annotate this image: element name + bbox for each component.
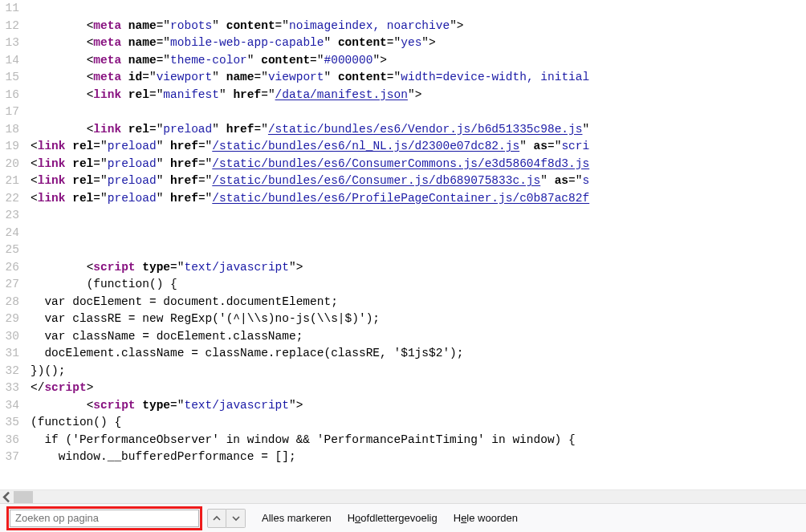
code-content: <link rel="preload" href="/static/bundle… <box>31 138 589 156</box>
code-line: 16 <link rel="manifest" href="/data/mani… <box>0 87 806 104</box>
code-content: var docElement = document.documentElemen… <box>31 294 338 311</box>
code-line: 37 window.__bufferedPerformance = []; <box>0 449 806 466</box>
find-next-button[interactable] <box>226 509 246 528</box>
code-content: })(); <box>31 363 66 380</box>
code-line: 29 var classRE = new RegExp('(^|\\s)no-j… <box>0 311 806 328</box>
code-content: var className = docElement.className; <box>31 328 303 346</box>
line-number: 30 <box>0 328 31 346</box>
code-line: 27 (function() { <box>0 276 806 294</box>
code-content: (function() { <box>31 276 177 294</box>
code-content: <link rel="preload" href="/static/bundle… <box>31 121 589 139</box>
code-content: <link rel="preload" href="/static/bundle… <box>31 156 589 173</box>
line-number: 34 <box>0 397 31 415</box>
code-line: 30 var className = docElement.className; <box>0 328 806 346</box>
code-content: if ('PerformanceObserver' in window && '… <box>31 432 576 449</box>
line-number: 17 <box>0 104 31 121</box>
line-number: 28 <box>0 294 31 311</box>
code-line: 28 var docElement = document.documentEle… <box>0 294 806 311</box>
line-number: 11 <box>0 0 31 18</box>
code-line: 20<link rel="preload" href="/static/bund… <box>0 156 806 173</box>
source-link[interactable]: /static/bundles/es6/Consumer.js/db689075… <box>212 174 540 187</box>
line-number: 25 <box>0 242 31 259</box>
code-line: 31 docElement.className = className.repl… <box>0 345 806 363</box>
code-content: <link rel="manifest" href="/data/manifes… <box>31 87 421 104</box>
code-content: <link rel="preload" href="/static/bundle… <box>31 173 589 190</box>
code-line: 19<link rel="preload" href="/static/bund… <box>0 138 806 156</box>
scrollbar-thumb[interactable] <box>14 491 33 503</box>
line-number: 16 <box>0 87 31 104</box>
code-content: <meta id="viewport" name="viewport" cont… <box>31 69 589 87</box>
line-number: 18 <box>0 121 31 139</box>
code-line: 23 <box>0 207 806 225</box>
code-content: docElement.className = className.replace… <box>31 345 464 363</box>
source-link[interactable]: /static/bundles/es6/ConsumerCommons.js/e… <box>212 157 589 170</box>
source-link[interactable]: /static/bundles/es6/Vendor.js/b6d51335c9… <box>268 123 583 136</box>
source-link[interactable]: /data/manifest.json <box>275 88 408 101</box>
line-number: 29 <box>0 311 31 328</box>
line-number: 31 <box>0 345 31 363</box>
code-content: (function() { <box>31 414 121 432</box>
code-line: 11 <box>0 0 806 18</box>
code-content: <meta name="theme-color" content="#00000… <box>31 52 387 70</box>
code-content: <script type="text/javascript"> <box>31 259 303 277</box>
code-line: 36 if ('PerformanceObserver' in window &… <box>0 432 806 449</box>
line-number: 21 <box>0 173 31 190</box>
code-content: </script> <box>31 380 93 397</box>
code-content: <script type="text/javascript"> <box>31 397 303 415</box>
line-number: 32 <box>0 363 31 380</box>
line-number: 24 <box>0 225 31 242</box>
highlight-all-option[interactable]: Alles markeren <box>262 512 332 524</box>
line-number: 12 <box>0 18 31 35</box>
code-line: 24 <box>0 225 806 242</box>
code-line: 18 <link rel="preload" href="/static/bun… <box>0 121 806 139</box>
line-number: 15 <box>0 69 31 87</box>
line-number: 19 <box>0 138 31 156</box>
find-input-highlight <box>6 506 202 530</box>
line-number: 20 <box>0 156 31 173</box>
scrollbar-track[interactable] <box>14 490 806 503</box>
line-number: 14 <box>0 52 31 70</box>
code-content: <meta name="robots" content="noimageinde… <box>31 18 464 35</box>
code-line: 15 <meta id="viewport" name="viewport" c… <box>0 69 806 87</box>
code-line: 13 <meta name="mobile-web-app-capable" c… <box>0 35 806 52</box>
code-line: 14 <meta name="theme-color" content="#00… <box>0 52 806 70</box>
find-previous-button[interactable] <box>207 509 226 528</box>
line-number: 35 <box>0 414 31 432</box>
case-sensitive-option[interactable]: Hoofdlettergevoelig <box>348 512 438 524</box>
source-code-viewer[interactable]: 1112 <meta name="robots" content="noimag… <box>0 0 806 489</box>
code-line: 12 <meta name="robots" content="noimagei… <box>0 18 806 35</box>
scroll-left-arrow[interactable] <box>0 490 14 504</box>
code-line: 25 <box>0 242 806 259</box>
code-line: 33</script> <box>0 380 806 397</box>
line-number: 13 <box>0 35 31 52</box>
line-number: 33 <box>0 380 31 397</box>
code-line: 26 <script type="text/javascript"> <box>0 259 806 277</box>
code-content: <link rel="preload" href="/static/bundle… <box>31 190 589 208</box>
code-line: 17 <box>0 104 806 121</box>
line-number: 27 <box>0 276 31 294</box>
code-line: 34 <script type="text/javascript"> <box>0 397 806 415</box>
code-line: 21<link rel="preload" href="/static/bund… <box>0 173 806 190</box>
code-line: 35(function() { <box>0 414 806 432</box>
find-bar: Alles markeren Hoofdlettergevoelig Hele … <box>0 503 806 532</box>
horizontal-scrollbar[interactable] <box>0 489 806 503</box>
code-line: 22<link rel="preload" href="/static/bund… <box>0 190 806 208</box>
line-number: 26 <box>0 259 31 277</box>
line-number: 37 <box>0 449 31 466</box>
line-number: 23 <box>0 207 31 225</box>
find-input[interactable] <box>10 510 199 527</box>
source-link[interactable]: /static/bundles/es6/ProfilePageContainer… <box>212 192 589 205</box>
line-number: 22 <box>0 190 31 208</box>
source-link[interactable]: /static/bundles/es6/nl_NL.js/d2300e07dc8… <box>212 140 519 152</box>
line-number: 36 <box>0 432 31 449</box>
code-line: 32})(); <box>0 363 806 380</box>
code-content: var classRE = new RegExp('(^|\\s)no-js(\… <box>31 311 380 328</box>
whole-words-option[interactable]: Hele woorden <box>454 512 518 524</box>
code-content: window.__bufferedPerformance = []; <box>31 449 296 466</box>
code-content: <meta name="mobile-web-app-capable" cont… <box>31 35 436 52</box>
